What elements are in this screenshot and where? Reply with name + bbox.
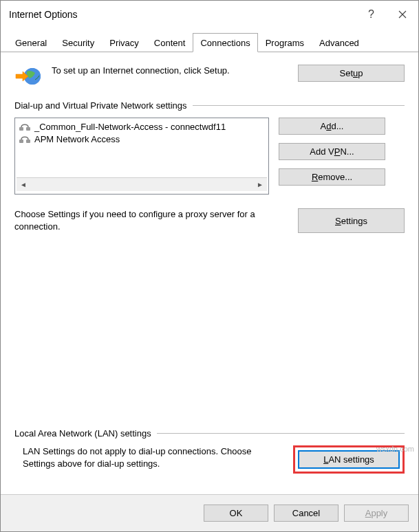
connection-icon [19,135,30,144]
connections-panel: To set up an Internet connection, click … [1,52,418,494]
watermark-text: wsxdn.com [376,445,414,453]
tab-connections[interactable]: Connections [193,33,257,52]
tab-advanced[interactable]: Advanced [312,33,367,52]
dialog-footer: OK Cancel Apply [1,494,418,531]
tab-content[interactable]: Content [147,33,193,52]
dialup-group-label: Dial-up and Virtual Private Network sett… [14,100,187,111]
lan-group-label: Local Area Network (LAN) settings [14,428,151,439]
scroll-track[interactable] [30,178,253,191]
ok-button[interactable]: OK [204,505,268,522]
cancel-button[interactable]: Cancel [274,505,339,522]
svg-rect-4 [19,140,23,143]
apply-button: Apply [344,505,409,522]
lan-help-text: LAN Settings do not apply to dial-up con… [14,445,283,470]
scroll-right-arrow-icon[interactable]: ► [253,178,267,191]
svg-text:?: ? [368,8,374,20]
help-button[interactable]: ? [355,1,387,28]
window-title: Internet Options [9,9,78,20]
list-item[interactable]: _Common_Full-Network-Access - connectwdf… [17,121,267,133]
setup-button[interactable]: Setup [298,65,405,82]
svg-rect-3 [26,127,30,131]
tab-privacy[interactable]: Privacy [102,33,147,52]
add-vpn-button[interactable]: Add VPN... [279,143,385,160]
tab-programs[interactable]: Programs [258,33,312,52]
list-item[interactable]: APM Network Access [17,133,267,146]
divider [157,433,405,434]
proxy-settings-text: Choose Settings if you need to configure… [14,208,288,233]
connections-listbox[interactable]: _Common_Full-Network-Access - connectwdf… [14,118,269,195]
svg-rect-5 [26,140,30,143]
close-button[interactable] [387,1,418,28]
tab-security[interactable]: Security [54,33,102,52]
titlebar: Internet Options ? [1,1,418,28]
internet-options-dialog: Internet Options ? General Security Priv… [0,0,419,532]
setup-text: To set up an Internet connection, click … [52,65,288,77]
list-item-label: APM Network Access [34,133,120,146]
remove-button[interactable]: Remove... [279,168,385,186]
svg-rect-2 [19,127,23,131]
globe-arrow-icon [14,65,42,88]
settings-button[interactable]: Settings [298,208,405,233]
divider [193,105,405,106]
tab-strip: General Security Privacy Content Connect… [1,28,418,52]
horizontal-scrollbar[interactable]: ◄ ► [17,177,267,191]
connection-icon [19,122,30,132]
lan-settings-button[interactable]: LAN settings [298,450,400,469]
list-item-label: _Common_Full-Network-Access - connectwdf… [34,121,226,133]
tab-general[interactable]: General [8,33,54,52]
add-button[interactable]: Add... [279,118,385,135]
window-controls: ? [355,1,418,28]
scroll-left-arrow-icon[interactable]: ◄ [17,178,30,191]
